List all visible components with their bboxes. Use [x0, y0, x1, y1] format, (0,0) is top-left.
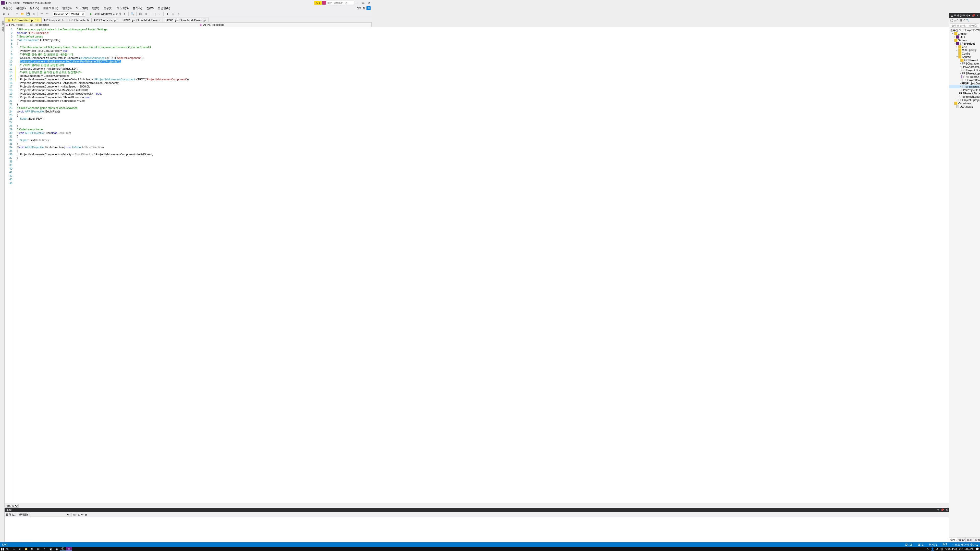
doc-tab[interactable]: FPSProjectile.h: [41, 17, 66, 22]
outdent-button[interactable]: |←: [157, 12, 162, 16]
nav-scope[interactable]: FPSProject: [9, 23, 24, 26]
open-button[interactable]: 📂: [20, 12, 25, 16]
menu-project[interactable]: 프로젝트(P): [41, 6, 60, 11]
nav-member[interactable]: AFPSProjectile(): [203, 23, 224, 26]
tab-label: FPSProjectile.h: [44, 19, 64, 22]
code-area[interactable]: // Fill out your copyright notice in the…: [17, 27, 372, 208]
indent-button[interactable]: →|: [151, 12, 156, 16]
quick-launch-input[interactable]: [326, 1, 354, 5]
toolbox-rail[interactable]: 도구 상자: [0, 17, 5, 208]
doc-tab[interactable]: 🔒FPSProjectile.cpp✕: [5, 17, 41, 22]
line-gutter: 1234567891011121314151617181920212223242…: [5, 27, 14, 208]
comment-button[interactable]: ▤: [138, 12, 143, 16]
menu-window[interactable]: 창(W): [145, 6, 156, 11]
tab-close-icon[interactable]: ✕: [35, 19, 39, 21]
tool1-button[interactable]: ⎘: [171, 12, 175, 16]
bookmark-button[interactable]: ▮: [165, 12, 170, 16]
nav-back-button[interactable]: ◀: [1, 12, 6, 16]
tab-label: FPSProjectile.cpp: [12, 19, 34, 22]
find-button[interactable]: 🔍: [130, 12, 135, 16]
titlebar: FPSProject - Microsoft Visual Studio ⚠ 1…: [0, 0, 372, 6]
doc-tab[interactable]: FPSCharacter.h: [66, 17, 92, 22]
app-title: FPSProject - Microsoft Visual Studio: [6, 1, 51, 4]
debug-target-label[interactable]: 로컬 Windows 디버거: [94, 12, 121, 16]
nav-member-icon: ◉: [200, 23, 202, 27]
tab-label: FPSCharacter.h: [69, 19, 89, 22]
menu-build[interactable]: 빌드(B): [60, 6, 74, 11]
tab-label: FPSProjectGameModeBase.h: [123, 19, 160, 22]
doc-tab[interactable]: FPSProjectGameModeBase.cpp: [162, 17, 209, 22]
menu-test[interactable]: 테스트(S): [115, 6, 131, 11]
nav-fwd-button[interactable]: ▸: [6, 12, 11, 16]
maximize-button[interactable]: ▭: [361, 1, 366, 5]
saveall-button[interactable]: 🗎: [32, 12, 36, 16]
menu-analyze[interactable]: 분석(N): [130, 6, 144, 11]
nav-bar: ⊞ FPSProject → AFPSProjectile ◉ AFPSProj…: [5, 22, 372, 27]
menu-team[interactable]: 팀(M): [90, 6, 101, 11]
config-select[interactable]: Develop: [53, 11, 69, 17]
menu-file[interactable]: 파일(F): [1, 6, 14, 11]
menubar: 파일(F) 편집(E) 보기(V) 프로젝트(P) 빌드(B) 디버그(D) 팀…: [0, 6, 372, 11]
notification-badge[interactable]: ⚠ 1: [314, 1, 321, 5]
user-name[interactable]: 진희 김: [355, 6, 366, 11]
toolbar: ◀ ▸ ✦ 📂 💾 🗎 ↶ ↷ Develop Win64 ▶ 로컬 Windo…: [0, 11, 372, 17]
undo-button[interactable]: ↶: [39, 12, 44, 16]
start-debug-button[interactable]: ▶: [89, 12, 93, 16]
doc-tab[interactable]: FPSCharacter.cpp: [91, 17, 120, 22]
platform-select[interactable]: Win64: [70, 11, 85, 17]
avatar[interactable]: 김: [366, 6, 371, 10]
nav-class[interactable]: AFPSProjectile: [30, 23, 49, 26]
feedback-icon[interactable]: [322, 1, 326, 5]
uncomment-button[interactable]: ▥: [144, 12, 148, 16]
menu-view[interactable]: 보기(V): [28, 6, 41, 11]
menu-help[interactable]: 도움말(H): [156, 6, 172, 11]
menu-tools[interactable]: 도구(T): [101, 6, 115, 11]
code-editor[interactable]: 1234567891011121314151617181920212223242…: [5, 27, 372, 208]
close-button[interactable]: ✕: [366, 1, 372, 5]
nav-class-icon: →: [26, 23, 29, 26]
menu-edit[interactable]: 편집(E): [14, 6, 28, 11]
redo-button[interactable]: ↷: [45, 12, 49, 16]
nav-scope-icon: ⊞: [6, 23, 8, 27]
tab-label: FPSProjectGameModeBase.cpp: [165, 19, 206, 22]
dropdown-icon[interactable]: ▾: [122, 12, 127, 16]
save-button[interactable]: 💾: [26, 12, 30, 16]
tool2-button[interactable]: ⎙: [177, 12, 181, 16]
menu-debug[interactable]: 디버그(D): [74, 6, 90, 11]
minimize-button[interactable]: ─: [355, 1, 360, 4]
tab-label: FPSCharacter.cpp: [94, 19, 117, 22]
lock-icon: 🔒: [7, 18, 11, 22]
document-tabs: 🔒FPSProjectile.cpp✕FPSProjectile.hFPSCha…: [5, 17, 372, 22]
doc-tab[interactable]: FPSProjectGameModeBase.h: [120, 17, 163, 22]
new-button[interactable]: ✦: [14, 12, 19, 16]
vs-icon: [1, 1, 5, 5]
change-margin: [14, 27, 17, 208]
